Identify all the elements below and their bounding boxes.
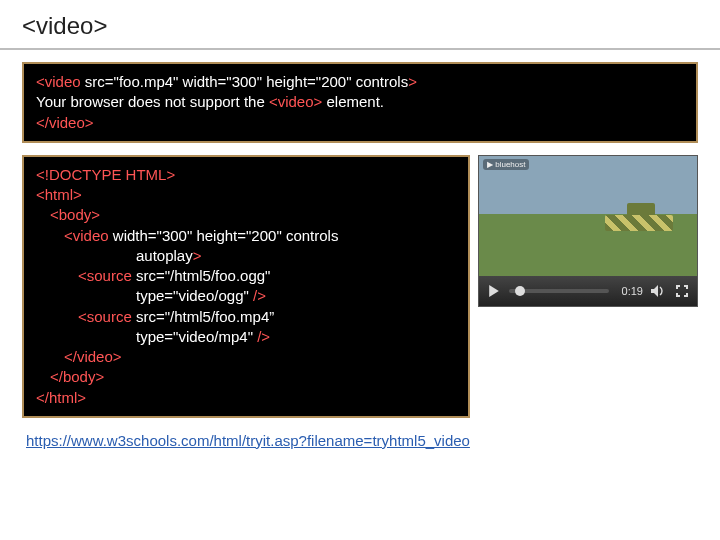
code-line: <body>: [36, 205, 456, 225]
code-line: type="video/ogg" />: [36, 286, 456, 306]
attrs: type="video/ogg": [136, 287, 253, 304]
tag-open: <video: [36, 73, 85, 90]
attrs: src="foo.mp4" width="300" height="200" c…: [85, 73, 408, 90]
text: element.: [322, 93, 384, 110]
video-subject: [605, 201, 675, 233]
code-block-1: <video src="foo.mp4" width="300" height=…: [22, 62, 698, 143]
tag: <video>: [269, 93, 322, 110]
divider: [0, 48, 720, 50]
video-frame: ▶ bluehost: [479, 156, 697, 276]
video-controls: 0:19: [479, 276, 697, 306]
code-line: <source src="/html5/foo.mp4”: [36, 307, 456, 327]
page-title: <video>: [22, 12, 698, 48]
volume-button[interactable]: [649, 282, 667, 300]
code-line: autoplay>: [36, 246, 456, 266]
tag-open: <source: [78, 267, 136, 284]
attrs: type="video/mp4": [136, 328, 257, 345]
code-block-2: <!DOCTYPE HTML> <html> <body> <video wid…: [22, 155, 470, 418]
fullscreen-button[interactable]: [673, 282, 691, 300]
code-line: </body>: [36, 367, 456, 387]
tag-open: <source: [78, 308, 136, 325]
seek-bar[interactable]: [509, 289, 609, 293]
attrs: autoplay: [136, 247, 193, 264]
code-line: </video>: [36, 113, 684, 133]
seek-knob[interactable]: [515, 286, 525, 296]
attrs: width="300" height="200" controls: [113, 227, 339, 244]
tag-open: <video: [64, 227, 113, 244]
attrs: src="/html5/foo.mp4”: [136, 308, 274, 325]
play-button[interactable]: [485, 282, 503, 300]
svg-marker-0: [489, 285, 499, 297]
tag-close: />: [253, 287, 266, 304]
code-line: <video src="foo.mp4" width="300" height=…: [36, 72, 684, 92]
tag-close: >: [408, 73, 417, 90]
code-line: <!DOCTYPE HTML>: [36, 165, 456, 185]
code-line: </video>: [36, 347, 456, 367]
code-line: </html>: [36, 388, 456, 408]
code-line: Your browser does not support the <video…: [36, 92, 684, 112]
video-player: ▶ bluehost 0:19: [478, 155, 698, 307]
reference-link[interactable]: https://www.w3schools.com/html/tryit.asp…: [22, 432, 698, 449]
code-line: <source src="/html5/foo.ogg": [36, 266, 456, 286]
tag-close: />: [257, 328, 270, 345]
code-line: <html>: [36, 185, 456, 205]
video-watermark: ▶ bluehost: [483, 159, 529, 170]
attrs: src="/html5/foo.ogg": [136, 267, 270, 284]
code-line: type="video/mp4" />: [36, 327, 456, 347]
tag-close: >: [193, 247, 202, 264]
svg-marker-1: [651, 285, 658, 297]
code-line: <video width="300" height="200" controls: [36, 226, 456, 246]
text: Your browser does not support the: [36, 93, 269, 110]
time-display: 0:19: [615, 285, 643, 297]
